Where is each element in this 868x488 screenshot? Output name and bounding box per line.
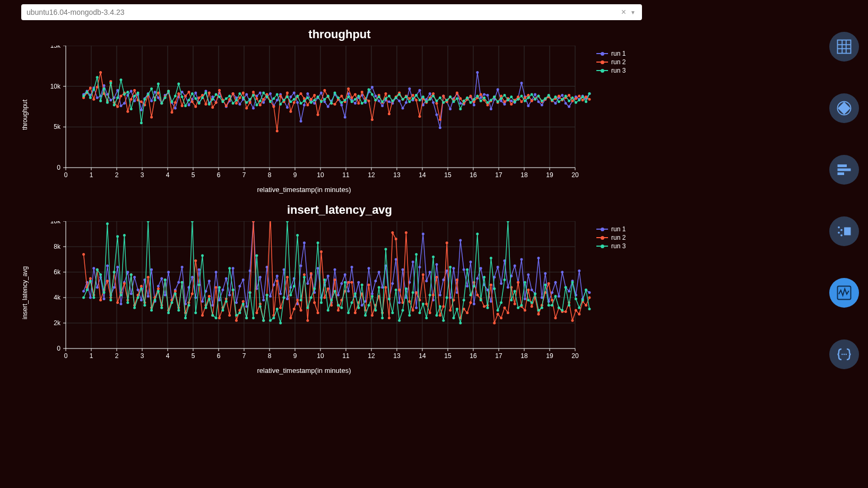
- svg-text:0: 0: [64, 352, 68, 360]
- svg-point-176: [354, 102, 357, 104]
- svg-point-463: [310, 101, 313, 104]
- svg-rect-7: [838, 164, 847, 167]
- json-braces-icon[interactable]: [829, 339, 859, 369]
- svg-point-1043: [470, 294, 472, 297]
- svg-point-272: [170, 111, 173, 114]
- svg-point-760: [527, 273, 530, 276]
- svg-point-186: [388, 100, 390, 103]
- svg-point-846: [310, 272, 313, 275]
- line-chart-icon[interactable]: [829, 278, 859, 308]
- svg-point-978: [249, 291, 251, 294]
- svg-point-349: [432, 92, 435, 95]
- svg-point-730: [425, 280, 428, 282]
- diamond-icon[interactable]: [829, 93, 859, 123]
- chevron-down-icon[interactable]: ▼: [629, 10, 637, 15]
- svg-point-986: [276, 308, 279, 310]
- svg-point-392: [578, 95, 580, 98]
- svg-point-966: [208, 298, 211, 300]
- svg-point-945: [136, 297, 139, 299]
- svg-point-151: [269, 92, 272, 95]
- svg-point-182: [374, 95, 377, 98]
- svg-point-636: [106, 265, 109, 267]
- svg-point-859: [354, 311, 357, 314]
- y-axis-label: insert_latency_avg: [21, 221, 29, 364]
- svg-point-190: [402, 107, 404, 110]
- svg-point-534: [551, 99, 553, 101]
- svg-point-1002: [330, 299, 333, 301]
- svg-point-848: [317, 311, 319, 314]
- svg-point-980: [255, 254, 258, 257]
- svg-point-166: [320, 91, 323, 94]
- svg-point-231: [541, 103, 543, 106]
- svg-point-492: [408, 100, 411, 103]
- svg-point-943: [130, 273, 133, 276]
- svg-point-391: [575, 97, 577, 100]
- chart-plot[interactable]: 0123456789101112131415161718192005k10k15…: [29, 46, 665, 184]
- svg-point-350: [436, 102, 438, 104]
- svg-point-261: [133, 89, 136, 92]
- svg-point-500: [436, 100, 438, 102]
- svg-point-887: [449, 309, 452, 312]
- svg-point-979: [252, 317, 255, 319]
- svg-point-214: [483, 93, 485, 96]
- svg-point-229: [534, 93, 536, 96]
- svg-text:2: 2: [115, 352, 119, 360]
- svg-point-225: [520, 82, 523, 84]
- bars-icon[interactable]: [829, 155, 859, 185]
- svg-text:6: 6: [217, 171, 221, 179]
- svg-point-539: [568, 100, 570, 102]
- svg-point-959: [184, 317, 187, 319]
- svg-text:17: 17: [495, 171, 502, 179]
- svg-point-405: [113, 103, 116, 106]
- svg-point-302: [272, 106, 275, 108]
- grid-icon[interactable]: [829, 32, 859, 62]
- svg-point-880: [425, 303, 428, 306]
- svg-point-886: [446, 241, 448, 244]
- svg-text:19: 19: [546, 171, 553, 179]
- clear-icon[interactable]: ×: [618, 7, 629, 17]
- svg-point-969: [218, 286, 221, 289]
- svg-point-751: [497, 266, 499, 268]
- svg-point-872: [398, 289, 401, 291]
- svg-point-314: [313, 94, 316, 97]
- svg-point-904: [507, 311, 509, 314]
- svg-point-901: [497, 313, 499, 316]
- svg-point-824: [235, 319, 238, 322]
- svg-point-417: [153, 99, 156, 101]
- svg-point-902: [500, 317, 502, 319]
- svg-point-490: [402, 98, 404, 101]
- search-select[interactable]: ubuntu16.04-mongodb-3.4.23 × ▼: [21, 4, 642, 20]
- svg-point-476: [354, 98, 357, 101]
- svg-point-129: [194, 91, 197, 94]
- svg-point-268: [157, 91, 160, 94]
- svg-point-427: [187, 99, 190, 101]
- svg-text:8: 8: [268, 171, 272, 179]
- svg-point-672: [228, 294, 231, 297]
- svg-point-159: [296, 101, 299, 104]
- svg-point-742: [466, 285, 468, 287]
- svg-point-315: [317, 114, 319, 116]
- svg-point-684: [269, 295, 272, 298]
- svg-text:4k: 4k: [54, 294, 61, 301]
- svg-point-400: [96, 76, 99, 79]
- svg-point-430: [198, 102, 201, 104]
- svg-point-933: [96, 268, 99, 271]
- svg-point-475: [351, 100, 353, 103]
- svg-point-708: [351, 266, 353, 268]
- svg-point-948: [147, 221, 150, 223]
- svg-point-489: [398, 93, 401, 96]
- svg-point-295: [249, 101, 251, 104]
- scatter-box-icon[interactable]: [829, 216, 859, 246]
- svg-point-372: [510, 103, 513, 106]
- svg-point-481: [371, 93, 374, 96]
- svg-point-729: [422, 233, 424, 236]
- svg-text:10: 10: [317, 352, 324, 360]
- svg-point-1005: [340, 307, 343, 309]
- svg-point-499: [432, 95, 435, 98]
- svg-point-480: [368, 88, 370, 91]
- svg-point-433: [208, 103, 211, 106]
- svg-point-336: [388, 112, 390, 115]
- chart-plot[interactable]: 0123456789101112131415161718192002k4k6k8…: [29, 221, 665, 364]
- svg-point-443: [242, 97, 245, 99]
- svg-point-520: [504, 94, 506, 97]
